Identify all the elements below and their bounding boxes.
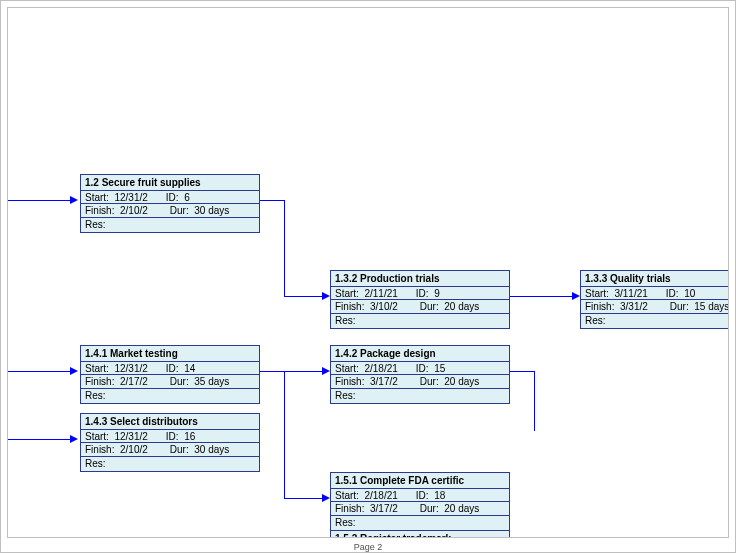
arrow-icon: [70, 196, 78, 204]
task-box-1-4-2[interactable]: 1.4.2 Package design Start: 2/18/21 ID: …: [330, 345, 510, 404]
task-finish-dur-row: Finish: 2/10/2 Dur: 30 days: [81, 443, 259, 457]
task-title: 1.4.2 Package design: [331, 346, 509, 362]
task-start-id-row: Start: 12/31/2 ID: 6: [81, 191, 259, 205]
arrow-icon: [322, 292, 330, 300]
task-start-id-row: Start: 12/31/2 ID: 14: [81, 362, 259, 376]
task-start-id-row: Start: 2/18/21 ID: 15: [331, 362, 509, 376]
connector: [510, 371, 534, 372]
connector: [260, 371, 322, 372]
connector: [284, 371, 285, 498]
arrow-icon: [70, 435, 78, 443]
task-res-row: Res:: [581, 314, 729, 329]
task-res-row: Res:: [81, 457, 259, 472]
task-finish-dur-row: Finish: 2/17/2 Dur: 35 days: [81, 375, 259, 389]
task-start-id-row: Start: 2/18/21 ID: 18: [331, 489, 509, 503]
task-title: 1.5.1 Complete FDA certific: [331, 473, 509, 489]
task-finish-dur-row: Finish: 3/10/2 Dur: 20 days: [331, 300, 509, 314]
arrow-icon: [572, 292, 580, 300]
task-title: 1.4.1 Market testing: [81, 346, 259, 362]
task-start-id-row: Start: 3/11/21 ID: 10: [581, 287, 729, 301]
task-finish-dur-row: Finish: 3/31/2 Dur: 15 days: [581, 300, 729, 314]
task-start-id-row: Start: 12/31/2 ID: 16: [81, 430, 259, 444]
task-res-row: Res:: [81, 389, 259, 404]
connector: [260, 200, 284, 201]
connector: [284, 296, 322, 297]
task-res-row: Res:: [331, 314, 509, 329]
task-box-1-2[interactable]: 1.2 Secure fruit supplies Start: 12/31/2…: [80, 174, 260, 233]
task-box-1-3-3[interactable]: 1.3.3 Quality trials Start: 3/11/21 ID: …: [580, 270, 729, 329]
connector: [284, 200, 285, 296]
task-title: 1.5.2 Register trademark: [331, 531, 509, 538]
page-number: Page 2: [354, 542, 383, 552]
task-res-row: Res:: [331, 389, 509, 404]
task-box-1-5-1[interactable]: 1.5.1 Complete FDA certific Start: 2/18/…: [330, 472, 510, 531]
task-box-1-4-1[interactable]: 1.4.1 Market testing Start: 12/31/2 ID: …: [80, 345, 260, 404]
connector: [534, 371, 535, 431]
connector: [284, 498, 322, 499]
arrow-icon: [70, 367, 78, 375]
task-res-row: Res:: [331, 516, 509, 531]
task-box-1-5-2[interactable]: 1.5.2 Register trademark: [330, 530, 510, 538]
connector: [8, 371, 70, 372]
task-finish-dur-row: Finish: 3/17/2 Dur: 20 days: [331, 375, 509, 389]
task-box-1-4-3[interactable]: 1.4.3 Select distributors Start: 12/31/2…: [80, 413, 260, 472]
connector: [8, 200, 70, 201]
task-finish-dur-row: Finish: 3/17/2 Dur: 20 days: [331, 502, 509, 516]
task-title: 1.4.3 Select distributors: [81, 414, 259, 430]
task-start-id-row: Start: 2/11/21 ID: 9: [331, 287, 509, 301]
task-title: 1.2 Secure fruit supplies: [81, 175, 259, 191]
task-box-1-3-2[interactable]: 1.3.2 Production trials Start: 2/11/21 I…: [330, 270, 510, 329]
arrow-icon: [322, 494, 330, 502]
task-title: 1.3.2 Production trials: [331, 271, 509, 287]
task-finish-dur-row: Finish: 2/10/2 Dur: 30 days: [81, 204, 259, 218]
page-frame: 1.2 Secure fruit supplies Start: 12/31/2…: [0, 0, 736, 553]
task-res-row: Res:: [81, 218, 259, 233]
connector: [510, 296, 572, 297]
connector: [8, 439, 70, 440]
diagram-canvas: 1.2 Secure fruit supplies Start: 12/31/2…: [7, 7, 729, 538]
task-title: 1.3.3 Quality trials: [581, 271, 729, 287]
arrow-icon: [322, 367, 330, 375]
